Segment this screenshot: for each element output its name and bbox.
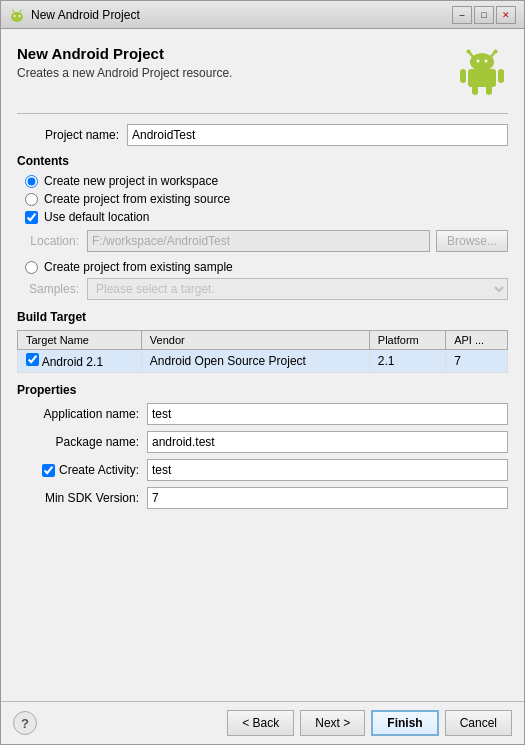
- build-target-section: Build Target Target Name Vendor Platform…: [17, 310, 508, 373]
- finish-button[interactable]: Finish: [371, 710, 438, 736]
- create-new-project-row: Create new project in workspace: [25, 174, 508, 188]
- header-divider: [17, 113, 508, 114]
- project-name-label: Project name:: [17, 128, 127, 142]
- titlebar: New Android Project – □ ✕: [1, 1, 524, 29]
- samples-label: Samples:: [25, 282, 87, 296]
- row-platform: 2.1: [369, 350, 445, 373]
- svg-point-12: [485, 60, 488, 63]
- package-name-row: Package name:: [17, 431, 508, 453]
- svg-point-7: [467, 50, 471, 54]
- svg-rect-14: [460, 69, 466, 83]
- svg-rect-17: [486, 85, 492, 95]
- create-from-existing-label: Create project from existing source: [44, 192, 230, 206]
- min-sdk-input[interactable]: [147, 487, 508, 509]
- col-platform: Platform: [369, 331, 445, 350]
- package-name-label: Package name:: [17, 435, 147, 449]
- application-name-label: Application name:: [17, 407, 147, 421]
- close-button[interactable]: ✕: [496, 6, 516, 24]
- create-activity-input[interactable]: [147, 459, 508, 481]
- create-existing-source-row: Create project from existing source: [25, 192, 508, 206]
- create-activity-checkbox[interactable]: [42, 464, 55, 477]
- application-name-row: Application name:: [17, 403, 508, 425]
- row-api: 7: [446, 350, 508, 373]
- svg-rect-15: [498, 69, 504, 83]
- create-new-project-label: Create new project in workspace: [44, 174, 218, 188]
- samples-row: Samples: Please select a target.: [25, 278, 508, 300]
- titlebar-icon: [9, 7, 25, 23]
- dialog-title: New Android Project: [17, 45, 456, 62]
- build-target-label: Build Target: [17, 310, 508, 324]
- col-target-name: Target Name: [18, 331, 142, 350]
- create-new-project-radio[interactable]: [25, 175, 38, 188]
- row-checkbox[interactable]: [26, 353, 39, 366]
- create-activity-label-wrap: Create Activity:: [17, 463, 147, 477]
- create-activity-label: Create Activity:: [59, 463, 139, 477]
- titlebar-buttons: – □ ✕: [452, 6, 516, 24]
- cancel-button[interactable]: Cancel: [445, 710, 512, 736]
- help-button[interactable]: ?: [13, 711, 37, 735]
- location-input: [87, 230, 430, 252]
- header-text: New Android Project Creates a new Androi…: [17, 45, 456, 80]
- window: New Android Project – □ ✕ New Android Pr…: [0, 0, 525, 745]
- svg-point-10: [470, 53, 494, 71]
- create-from-sample-radio[interactable]: [25, 261, 38, 274]
- svg-point-9: [494, 50, 498, 54]
- table-row[interactable]: Android 2.1 Android Open Source Project …: [18, 350, 508, 373]
- create-from-sample-row: Create project from existing sample: [25, 260, 508, 274]
- min-sdk-label: Min SDK Version:: [17, 491, 147, 505]
- svg-rect-13: [468, 69, 496, 87]
- min-sdk-row: Min SDK Version:: [17, 487, 508, 509]
- svg-rect-16: [472, 85, 478, 95]
- col-vendor: Vendor: [141, 331, 369, 350]
- svg-line-4: [13, 10, 15, 12]
- minimize-button[interactable]: –: [452, 6, 472, 24]
- project-name-input[interactable]: [127, 124, 508, 146]
- svg-rect-1: [12, 14, 22, 19]
- use-default-location-label: Use default location: [44, 210, 149, 224]
- application-name-input[interactable]: [147, 403, 508, 425]
- back-button[interactable]: < Back: [227, 710, 294, 736]
- create-from-existing-radio[interactable]: [25, 193, 38, 206]
- header-section: New Android Project Creates a new Androi…: [17, 45, 508, 97]
- build-target-table: Target Name Vendor Platform API ... Andr…: [17, 330, 508, 373]
- package-name-input[interactable]: [147, 431, 508, 453]
- row-vendor: Android Open Source Project: [141, 350, 369, 373]
- use-default-location-row: Use default location: [25, 210, 508, 224]
- location-label: Location:: [25, 234, 87, 248]
- row-target-name: Android 2.1: [18, 350, 142, 373]
- svg-line-5: [20, 10, 22, 12]
- create-from-sample-label: Create project from existing sample: [44, 260, 233, 274]
- svg-point-2: [14, 15, 16, 17]
- properties-label: Properties: [17, 383, 508, 397]
- contents-label: Contents: [17, 154, 508, 168]
- next-button[interactable]: Next >: [300, 710, 365, 736]
- project-name-row: Project name:: [17, 124, 508, 146]
- dialog-subtitle: Creates a new Android Project resource.: [17, 66, 456, 80]
- maximize-button[interactable]: □: [474, 6, 494, 24]
- use-default-location-checkbox[interactable]: [25, 211, 38, 224]
- properties-section: Properties Application name: Package nam…: [17, 383, 508, 509]
- location-row: Location: Browse...: [25, 230, 508, 252]
- browse-button: Browse...: [436, 230, 508, 252]
- main-content: New Android Project Creates a new Androi…: [1, 29, 524, 701]
- samples-select: Please select a target.: [87, 278, 508, 300]
- create-activity-row: Create Activity:: [17, 459, 508, 481]
- android-robot-icon: [456, 45, 508, 97]
- footer: ? < Back Next > Finish Cancel: [1, 701, 524, 744]
- svg-point-3: [19, 15, 21, 17]
- titlebar-title: New Android Project: [31, 8, 446, 22]
- svg-point-11: [477, 60, 480, 63]
- col-api: API ...: [446, 331, 508, 350]
